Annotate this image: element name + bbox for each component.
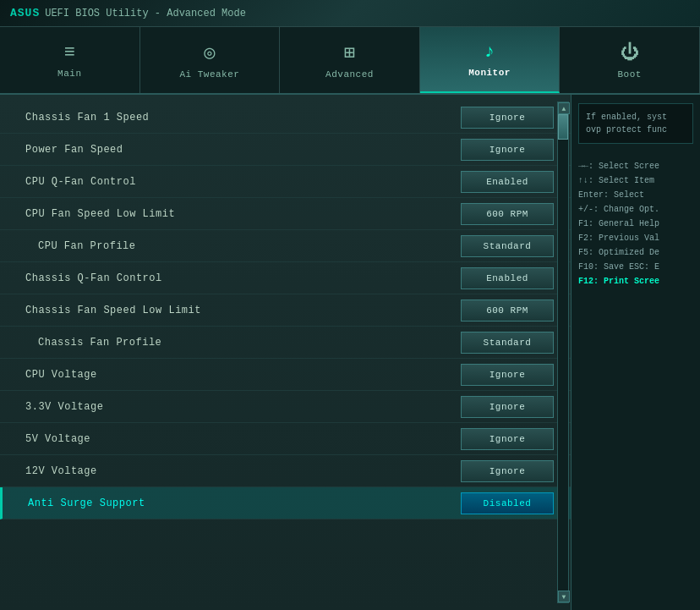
settings-row-2[interactable]: CPU Q-Fan ControlEnabled bbox=[0, 166, 571, 198]
scrollbar-down-button[interactable]: ▼ bbox=[558, 591, 570, 602]
settings-row-5[interactable]: Chassis Q-Fan ControlEnabled bbox=[0, 262, 571, 294]
settings-value-5[interactable]: Enabled bbox=[461, 267, 554, 289]
settings-label-12: Anti Surge Support bbox=[28, 497, 461, 509]
key-help-section: →←: Select Scree↑↓: Select ItemEnter: Se… bbox=[578, 159, 693, 289]
settings-value-12[interactable]: Disabled bbox=[461, 492, 554, 514]
settings-row-9[interactable]: 3.3V VoltageIgnore bbox=[0, 391, 571, 423]
tab-main-icon: ≡ bbox=[64, 42, 75, 63]
settings-label-7: Chassis Fan Profile bbox=[38, 337, 461, 349]
settings-row-0[interactable]: Chassis Fan 1 SpeedIgnore bbox=[0, 102, 571, 134]
scrollbar-thumb[interactable] bbox=[558, 114, 568, 140]
settings-row-4[interactable]: CPU Fan ProfileStandard bbox=[0, 230, 571, 262]
settings-value-6[interactable]: 600 RPM bbox=[461, 300, 554, 321]
tab-main-label: Main bbox=[57, 69, 81, 79]
tab-advanced-label: Advanced bbox=[325, 69, 374, 80]
settings-label-4: CPU Fan Profile bbox=[38, 240, 461, 252]
settings-value-9[interactable]: Ignore bbox=[461, 396, 554, 418]
settings-value-7[interactable]: Standard bbox=[461, 332, 554, 354]
settings-row-10[interactable]: 5V VoltageIgnore bbox=[0, 423, 571, 455]
tab-advanced-icon: ⊞ bbox=[344, 41, 355, 64]
settings-value-11[interactable]: Ignore bbox=[461, 460, 554, 482]
tab-boot-icon: ⏻ bbox=[621, 41, 639, 64]
bios-title: UEFI BIOS Utility - Advanced Mode bbox=[45, 8, 246, 19]
settings-value-3[interactable]: 600 RPM bbox=[461, 203, 554, 225]
tab-monitor-icon: ♪ bbox=[484, 41, 495, 63]
settings-value-8[interactable]: Ignore bbox=[461, 364, 554, 386]
content-area: Chassis Fan 1 SpeedIgnorePower Fan Speed… bbox=[0, 95, 700, 610]
settings-value-2[interactable]: Enabled bbox=[461, 171, 554, 193]
settings-label-0: Chassis Fan 1 Speed bbox=[25, 112, 461, 124]
title-bar: ASUS UEFI BIOS Utility - Advanced Mode bbox=[0, 0, 700, 27]
settings-row-11[interactable]: 12V VoltageIgnore bbox=[0, 455, 571, 487]
scrollbar-up-button[interactable]: ▲ bbox=[558, 102, 570, 114]
settings-label-9: 3.3V Voltage bbox=[25, 401, 461, 413]
tab-ai-tweaker-label: Ai Tweaker bbox=[179, 69, 239, 80]
help-description-block: If enabled, syst ovp protect func bbox=[578, 103, 693, 144]
tab-advanced[interactable]: ⊞Advanced bbox=[280, 27, 420, 93]
tab-ai-tweaker[interactable]: ◎Ai Tweaker bbox=[140, 27, 281, 93]
key-help-line-6: F5: Optimized De bbox=[578, 245, 693, 260]
settings-row-6[interactable]: Chassis Fan Speed Low Limit600 RPM bbox=[0, 294, 571, 327]
key-help-line-2: Enter: Select bbox=[578, 188, 693, 202]
tab-monitor-label: Monitor bbox=[468, 68, 511, 78]
settings-label-10: 5V Voltage bbox=[25, 433, 461, 445]
tab-main[interactable]: ≡Main bbox=[0, 27, 140, 93]
settings-row-8[interactable]: CPU VoltageIgnore bbox=[0, 359, 571, 391]
settings-row-1[interactable]: Power Fan SpeedIgnore bbox=[0, 134, 571, 166]
settings-label-11: 12V Voltage bbox=[25, 465, 461, 477]
key-help-line-0: →←: Select Scree bbox=[578, 159, 693, 173]
settings-label-8: CPU Voltage bbox=[25, 369, 461, 381]
settings-label-6: Chassis Fan Speed Low Limit bbox=[25, 305, 461, 316]
settings-panel: Chassis Fan 1 SpeedIgnorePower Fan Speed… bbox=[0, 95, 571, 610]
settings-value-4[interactable]: Standard bbox=[461, 235, 554, 257]
tab-boot-label: Boot bbox=[617, 69, 641, 80]
settings-label-1: Power Fan Speed bbox=[25, 144, 461, 156]
key-help-line-5: F2: Previous Val bbox=[578, 231, 693, 245]
tab-monitor[interactable]: ♪Monitor bbox=[420, 27, 561, 93]
help-panel: If enabled, syst ovp protect func →←: Se… bbox=[571, 95, 700, 610]
key-help-line-3: +/-: Change Opt. bbox=[578, 202, 693, 217]
help-description: If enabled, syst ovp protect func bbox=[586, 111, 686, 136]
settings-row-7[interactable]: Chassis Fan ProfileStandard bbox=[0, 327, 571, 359]
settings-label-2: CPU Q-Fan Control bbox=[25, 176, 461, 188]
key-help-line-1: ↑↓: Select Item bbox=[578, 173, 693, 188]
nav-tabs: ≡Main◎Ai Tweaker⊞Advanced♪Monitor⏻Boot bbox=[0, 27, 700, 95]
key-help-line-7: F10: Save ESC: E bbox=[578, 260, 693, 274]
settings-row-12[interactable]: Anti Surge SupportDisabled bbox=[0, 487, 571, 519]
key-help-line-8: F12: Print Scree bbox=[578, 274, 693, 289]
key-help-line-4: F1: General Help bbox=[578, 217, 693, 231]
settings-label-3: CPU Fan Speed Low Limit bbox=[25, 208, 461, 220]
settings-value-1[interactable]: Ignore bbox=[461, 139, 554, 161]
settings-label-5: Chassis Q-Fan Control bbox=[25, 272, 461, 284]
bios-logo: ASUS bbox=[10, 7, 40, 19]
scrollbar-track[interactable]: ▲ ▼ bbox=[557, 102, 569, 603]
tab-boot[interactable]: ⏻Boot bbox=[560, 27, 700, 93]
settings-row-3[interactable]: CPU Fan Speed Low Limit600 RPM bbox=[0, 198, 571, 230]
settings-value-10[interactable]: Ignore bbox=[461, 428, 554, 450]
settings-value-0[interactable]: Ignore bbox=[461, 107, 554, 129]
tab-ai-tweaker-icon: ◎ bbox=[204, 41, 215, 64]
